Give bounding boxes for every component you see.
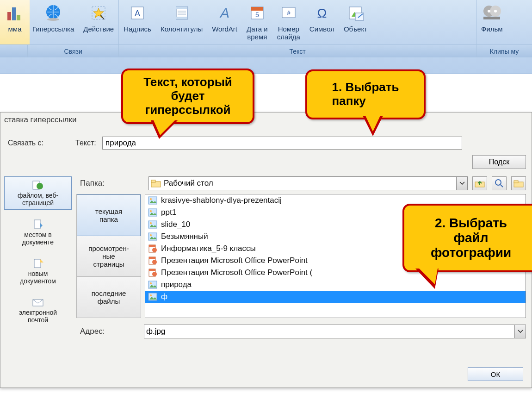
ribbon-textbox[interactable]: A Надпись (119, 0, 156, 44)
callout-choose-file: 2. Выбрать файл фотографии (402, 204, 532, 272)
ribbon-action-label: Действие (83, 25, 114, 33)
chevron-down-icon (514, 325, 526, 338)
svg-point-30 (37, 183, 43, 189)
svg-point-62 (150, 294, 152, 296)
svg-rect-36 (151, 180, 155, 182)
svg-point-49 (150, 234, 152, 236)
tooltip-button[interactable]: Подск (472, 155, 526, 169)
linkto-newdoc-label: новым документом (20, 270, 56, 285)
svg-rect-32 (34, 259, 41, 268)
ribbon-group-links: Гиперссылка Действие Связи (28, 0, 119, 57)
ribbon-wordart-label: WordArt (212, 25, 237, 33)
linkto-place-label: местом в документе (22, 231, 54, 246)
dialog-title: ставка гиперссылки (0, 112, 532, 127)
symbol-icon: Ω (312, 3, 332, 23)
ppt-icon (148, 256, 157, 265)
svg-text:A: A (219, 5, 229, 20)
ribbon-action[interactable]: Действие (79, 0, 118, 44)
image-icon (148, 208, 157, 217)
linkto-place[interactable]: местом в документе (4, 216, 72, 249)
ribbon-group-0: мма (0, 0, 28, 57)
svg-point-58 (152, 272, 157, 276)
svg-rect-1 (12, 7, 16, 20)
search-web-button[interactable] (492, 176, 507, 190)
file-item[interactable]: ф (145, 291, 526, 303)
svg-rect-2 (17, 15, 20, 20)
svg-text:Ω: Ω (317, 6, 327, 20)
image-icon (148, 232, 157, 241)
ribbon-movie[interactable]: Фильм (476, 0, 507, 44)
svg-rect-51 (149, 245, 155, 247)
ribbon-datetime[interactable]: 5 Дата и время (242, 0, 272, 44)
object-icon (345, 3, 365, 23)
svg-text:A: A (135, 9, 140, 18)
file-name: ф (161, 292, 167, 301)
linkto-column: файлом, веб- страницей местом в документ… (4, 176, 72, 333)
file-name: Информатика_5-9 классы (161, 244, 256, 253)
svg-point-52 (152, 248, 157, 252)
ribbon-movie-label: Фильм (481, 25, 503, 33)
file-name: krasivye-shablony-dlya-prezentacij (161, 196, 282, 205)
ribbon-group-text-caption: Текст (119, 44, 476, 57)
image-icon (148, 196, 157, 205)
ribbon-group-media-caption: Клипы му (476, 44, 532, 57)
ribbon-hyperlink[interactable]: Гиперссылка (28, 0, 79, 44)
svg-point-43 (150, 198, 152, 200)
up-folder-icon (475, 179, 485, 188)
svg-rect-41 (514, 181, 518, 183)
movie-icon (482, 3, 502, 23)
address-value: ф.jpg (146, 327, 165, 336)
ribbon-chart[interactable]: мма (0, 0, 30, 44)
svg-point-27 (494, 10, 497, 12)
svg-point-4 (47, 18, 59, 21)
file-name: Безымянный (161, 232, 208, 241)
ribbon-chart-label: мма (8, 25, 22, 33)
svg-rect-28 (483, 17, 500, 19)
header-footer-icon (172, 3, 192, 23)
svg-point-26 (488, 10, 490, 12)
view-tab-current[interactable]: текущая папка (77, 194, 141, 236)
ribbon-group-text: A Надпись Колонтитулы A WordArt 5 (119, 0, 476, 57)
file-name: ppt1 (161, 208, 176, 217)
file-item[interactable]: природа (145, 279, 526, 291)
view-tab-recent[interactable]: последние файлы (77, 277, 141, 318)
browse-button[interactable] (511, 176, 526, 190)
ribbon-textbox-label: Надпись (124, 25, 151, 33)
linkto-email[interactable]: электронной почтой (4, 294, 72, 326)
wordart-icon: A (215, 3, 235, 23)
globe-icon (43, 3, 63, 23)
ok-button[interactable]: ОК (468, 367, 523, 381)
linkto-label: Связать с: (5, 139, 73, 147)
ppt-icon (148, 269, 157, 277)
svg-marker-33 (40, 259, 43, 262)
svg-rect-11 (176, 17, 187, 19)
star-click-icon (88, 3, 109, 23)
email-icon (31, 297, 44, 308)
ppt-icon (148, 244, 157, 253)
ribbon-object[interactable]: Объект (339, 0, 372, 44)
linkto-email-label: электронной почтой (19, 309, 57, 324)
ribbon-symbol[interactable]: Ω Символ (305, 0, 339, 44)
svg-rect-54 (149, 257, 155, 259)
up-folder-button[interactable] (472, 176, 487, 190)
ribbon-slidenumber[interactable]: # Номер слайда (272, 0, 305, 44)
file-name: slide_10 (161, 220, 190, 229)
browse-icon (513, 179, 524, 188)
linkto-newdoc[interactable]: новым документом (4, 255, 72, 288)
view-tab-browsed[interactable]: просмотрен- ные страницы (77, 236, 141, 277)
linkto-file-web-label: файлом, веб- страницей (18, 192, 58, 206)
callout-text-hyperlink: Текст, который будет гиперссылкой (121, 69, 254, 124)
ribbon: мма Гиперссылка Действие Связи (0, 0, 532, 74)
svg-rect-31 (34, 220, 41, 228)
ribbon-datetime-label: Дата и время (247, 25, 268, 41)
file-web-icon (31, 180, 44, 191)
search-icon (495, 179, 504, 188)
ribbon-headerfooter[interactable]: Колонтитулы (156, 0, 207, 44)
ribbon-wordart[interactable]: A WordArt (207, 0, 242, 44)
address-combo[interactable]: ф.jpg (144, 325, 526, 338)
folder-combo[interactable]: Рабочий стол (148, 176, 468, 190)
bookmark-icon (31, 219, 44, 230)
svg-point-38 (495, 180, 501, 185)
date-icon: 5 (247, 3, 267, 23)
linkto-file-web[interactable]: файлом, веб- страницей (4, 176, 72, 210)
